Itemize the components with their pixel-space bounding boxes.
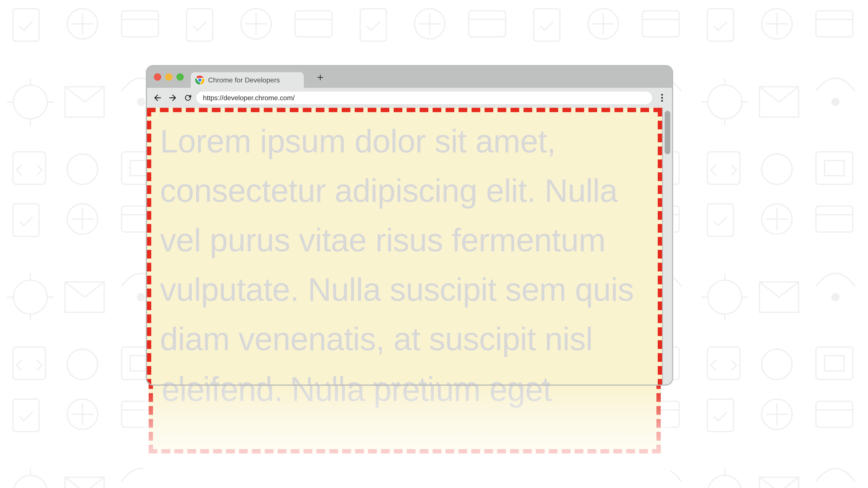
window-minimize-button[interactable] — [165, 73, 173, 81]
address-bar[interactable]: https://developer.chrome.com/ — [196, 92, 652, 104]
tab-strip: Chrome for Developers — [147, 66, 672, 88]
window-controls — [152, 73, 191, 81]
scrollbar-thumb[interactable] — [665, 111, 670, 154]
overflow-menu-button[interactable] — [656, 92, 668, 103]
window-zoom-button[interactable] — [177, 73, 184, 81]
toolbar: https://developer.chrome.com/ — [147, 88, 672, 108]
back-button[interactable] — [151, 91, 164, 104]
window-close-button[interactable] — [154, 73, 161, 81]
tab-active[interactable]: Chrome for Developers — [191, 72, 304, 88]
viewport-content: Lorem ipsum dolor sit amet, consectetur … — [147, 108, 663, 385]
browser-viewport: Lorem ipsum dolor sit amet, consectetur … — [147, 108, 672, 385]
page-body: Lorem ipsum dolor sit amet, consectetur … — [147, 108, 662, 385]
scrollbar-track[interactable] — [663, 108, 672, 385]
address-bar-url: https://developer.chrome.com/ — [203, 94, 295, 102]
reload-button[interactable] — [181, 91, 195, 104]
chrome-favicon-icon — [195, 75, 205, 85]
tab-title: Chrome for Developers — [208, 76, 280, 84]
browser-window: Chrome for Developers https://developer.… — [146, 65, 673, 386]
new-tab-button[interactable] — [314, 71, 327, 84]
body-paragraph: Lorem ipsum dolor sit amet, consectetur … — [160, 117, 649, 385]
forward-button[interactable] — [166, 91, 180, 104]
